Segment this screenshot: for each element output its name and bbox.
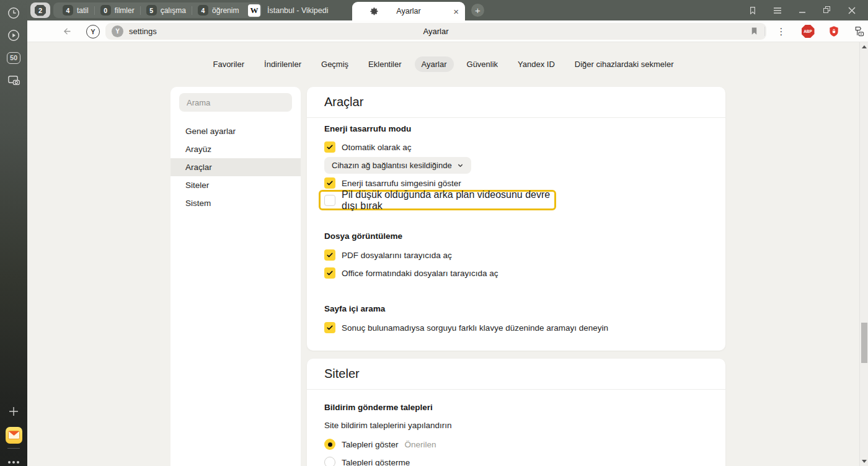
search-input[interactable] bbox=[179, 93, 292, 112]
find-heading: Sayfa içi arama bbox=[324, 304, 385, 313]
yandex-logo-icon[interactable]: Y bbox=[84, 20, 102, 42]
speed-badge-icon[interactable]: 50 bbox=[0, 47, 27, 68]
radio-show-requests[interactable] bbox=[324, 439, 335, 450]
pdf-label[interactable]: PDF dosyalarını tarayıcıda aç bbox=[342, 251, 452, 260]
page-scrollbar bbox=[859, 42, 868, 466]
nav-favoriler[interactable]: Favoriler bbox=[206, 56, 251, 72]
keyboard-row: Sonuç bulunamadıysa sorguyu farklı klavy… bbox=[324, 322, 608, 333]
add-panel-icon[interactable] bbox=[0, 401, 27, 422]
radio-show-label[interactable]: Talepleri göster bbox=[342, 440, 399, 449]
protect-shield-icon[interactable] bbox=[827, 20, 841, 42]
radio-hide-row: Talepleri gösterme bbox=[324, 457, 410, 466]
section-siteler[interactable]: Siteler bbox=[170, 176, 301, 194]
energy-condition-dropdown[interactable]: Cihazın ağ bağlantısı kesildiğinde bbox=[324, 157, 471, 174]
screenshot-icon[interactable] bbox=[0, 69, 27, 91]
tab-close-icon[interactable]: × bbox=[453, 7, 459, 16]
tab-group-count-badge: 2 bbox=[35, 5, 46, 16]
files-heading: Dosya görüntüleme bbox=[324, 231, 402, 241]
section-genel-ayarlar[interactable]: Genel ayarlar bbox=[170, 122, 301, 140]
address-toolbar: Y Y settings Ayarlar ⋮ ABP bbox=[27, 20, 868, 42]
scrollbar-thumb[interactable] bbox=[861, 323, 867, 363]
toolbar-more-icon[interactable]: ⋮ bbox=[775, 20, 787, 42]
nav-gecmis[interactable]: Geçmiş bbox=[314, 56, 355, 72]
url-bar[interactable]: Y settings Ayarlar bbox=[105, 23, 766, 40]
section-arayuz[interactable]: Arayüz bbox=[170, 140, 301, 158]
radio-hide-requests[interactable] bbox=[324, 457, 335, 466]
sites-card: Siteler Bildirim gönderme talepleri Site… bbox=[307, 359, 725, 466]
show-icon-label[interactable]: Enerji tasarrufu simgesini göster bbox=[342, 179, 461, 188]
battery-video-label[interactable]: Pil düşük olduğunda arka plan videosunu … bbox=[342, 189, 554, 212]
history-icon[interactable] bbox=[0, 2, 27, 24]
tab-groups: 4 tatil 0 filmler 5 çalışma 4 öğrenim bbox=[53, 2, 262, 18]
auto-on-label[interactable]: Otomatik olarak aç bbox=[342, 143, 412, 152]
window-controls bbox=[740, 0, 864, 20]
nav-ayarlar[interactable]: Ayarlar bbox=[415, 56, 454, 72]
more-icon[interactable] bbox=[0, 452, 27, 466]
chevron-down-icon bbox=[457, 162, 464, 169]
toolbar-divider bbox=[764, 27, 765, 36]
yandex-mail-icon[interactable] bbox=[0, 424, 27, 446]
checkbox-auto-on[interactable] bbox=[324, 141, 335, 153]
tab-group-ogrenim[interactable]: 4 öğrenim bbox=[192, 5, 244, 16]
section-sistem[interactable]: Sistem bbox=[170, 194, 301, 212]
nav-indirilenler[interactable]: İndirilenler bbox=[257, 56, 308, 72]
settings-top-nav: Favoriler İndirilenler Geçmiş Eklentiler… bbox=[27, 56, 859, 72]
checkbox-office[interactable] bbox=[324, 267, 335, 279]
active-tab-title: Ayarlar bbox=[352, 7, 465, 16]
scroll-up-icon[interactable] bbox=[862, 45, 867, 48]
restore-icon[interactable] bbox=[815, 0, 839, 20]
checkbox-pdf[interactable] bbox=[324, 249, 335, 261]
radio-hide-label[interactable]: Talepleri gösterme bbox=[342, 458, 410, 466]
show-icon-row: Enerji tasarrufu simgesini göster bbox=[324, 177, 461, 189]
tab-ayarlar-active[interactable]: Ayarlar × bbox=[352, 2, 465, 20]
recommended-label: Önerilen bbox=[405, 440, 436, 449]
energy-heading: Enerji tasarrufu modu bbox=[324, 124, 411, 133]
back-icon[interactable] bbox=[58, 20, 76, 42]
settings-section-list: Genel ayarlar Arayüz Araçlar Siteler Sis… bbox=[170, 87, 301, 466]
tools-card: Araçlar Enerji tasarrufu modu Otomatik o… bbox=[307, 87, 725, 351]
minimize-icon[interactable] bbox=[790, 0, 815, 20]
browser-window: 50 2 4 bbox=[0, 0, 868, 466]
tab-bar: 2 4 tatil 0 filmler 5 çalışma 4 öğrenim bbox=[27, 0, 868, 20]
checkbox-show-icon[interactable] bbox=[324, 177, 335, 189]
extensions-keys-icon[interactable] bbox=[852, 20, 867, 42]
nav-eklentiler[interactable]: Eklentiler bbox=[361, 56, 408, 72]
office-row: Office formatındaki dosyaları tarayıcıda… bbox=[324, 267, 498, 279]
panel-bookmark-icon[interactable] bbox=[740, 0, 765, 20]
nav-yandex-id[interactable]: Yandex ID bbox=[511, 56, 562, 72]
browser-side-panel: 50 bbox=[0, 0, 27, 466]
tab-group-tatil[interactable]: 4 tatil bbox=[57, 5, 94, 16]
menu-icon[interactable] bbox=[765, 0, 790, 20]
checkbox-battery-video[interactable] bbox=[324, 195, 335, 206]
auto-on-row: Otomatik olarak aç bbox=[324, 141, 412, 153]
adblock-plus-icon[interactable]: ABP bbox=[801, 20, 815, 42]
sites-card-title: Siteler bbox=[307, 359, 725, 390]
keyboard-label[interactable]: Sonuç bulunamadıysa sorguyu farklı klavy… bbox=[342, 323, 608, 333]
settings-page: Favoriler İndirilenler Geçmiş Eklentiler… bbox=[27, 42, 868, 466]
checkbox-keyboard[interactable] bbox=[324, 322, 335, 333]
tab-group-filmler[interactable]: 0 filmler bbox=[95, 5, 140, 16]
sidebar-divider bbox=[7, 448, 20, 449]
section-araclar[interactable]: Araçlar bbox=[170, 158, 301, 176]
tools-card-title: Araçlar bbox=[307, 87, 725, 118]
scroll-down-icon[interactable] bbox=[862, 460, 867, 463]
close-window-icon[interactable] bbox=[839, 0, 864, 20]
tab-group-active[interactable]: 2 bbox=[30, 2, 50, 18]
tab-istanbul-vikipedi[interactable]: W İstanbul - Vikipedi bbox=[241, 0, 351, 20]
tab-group-calisma[interactable]: 5 çalışma bbox=[141, 5, 192, 16]
wikipedia-favicon: W bbox=[248, 4, 260, 17]
notifications-heading: Bildirim gönderme talepleri bbox=[324, 403, 433, 412]
media-play-icon[interactable] bbox=[0, 25, 27, 46]
pdf-row: PDF dosyalarını tarayıcıda aç bbox=[324, 249, 452, 261]
highlighted-battery-video-row: Pil düşük olduğunda arka plan videosunu … bbox=[319, 190, 556, 210]
bookmark-icon[interactable] bbox=[750, 26, 759, 36]
nav-guvenlik[interactable]: Güvenlik bbox=[460, 56, 505, 72]
radio-show-row: Talepleri göster Önerilen bbox=[324, 439, 436, 450]
new-tab-button[interactable]: + bbox=[471, 4, 484, 17]
page-title-center: Ayarlar bbox=[105, 23, 766, 40]
office-label[interactable]: Office formatındaki dosyaları tarayıcıda… bbox=[342, 269, 498, 278]
nav-diger-cihazlar[interactable]: Diğer cihazlardaki sekmeler bbox=[568, 56, 681, 72]
notifications-subtitle: Site bildirim taleplerini yapılandırın bbox=[324, 421, 452, 430]
